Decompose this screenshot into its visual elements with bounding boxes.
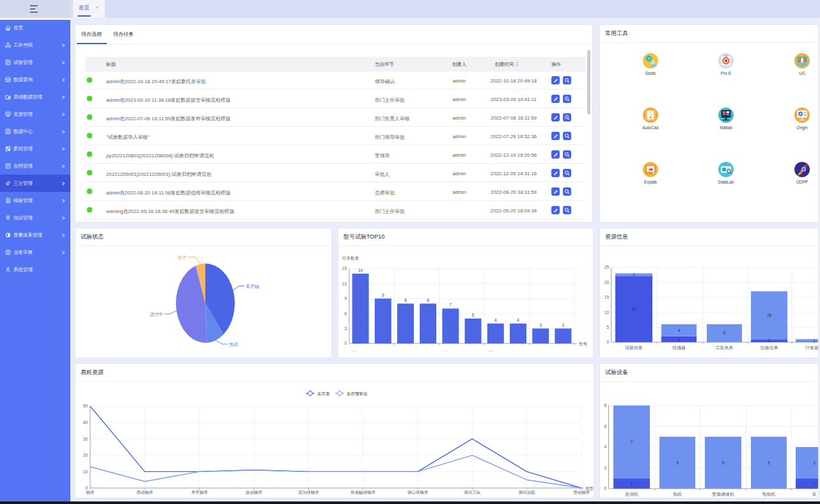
svg-text:8: 8: [404, 298, 407, 303]
svg-text:22: 22: [631, 307, 636, 311]
svg-text:试验设备: 试验设备: [625, 345, 643, 350]
svg-text:测试油脂: 测试油脂: [519, 490, 536, 495]
svg-text:类型: 类型: [585, 486, 594, 491]
svg-text:调心球轴承: 调心球轴承: [407, 490, 429, 495]
svg-text:工装夹具: 工装夹具: [716, 345, 734, 350]
svg-text:40: 40: [83, 420, 88, 425]
svg-text:9: 9: [344, 296, 347, 301]
svg-text:暂停: 暂停: [178, 255, 187, 260]
svg-text:型号: 型号: [579, 342, 588, 346]
svg-text:进行中: 进行中: [150, 312, 163, 317]
svg-text:深沟球轴承: 深沟球轴承: [298, 490, 319, 495]
svg-text:5: 5: [472, 313, 475, 317]
svg-text:3: 3: [539, 323, 542, 327]
svg-text:5: 5: [606, 325, 609, 329]
svg-text:6: 6: [604, 424, 606, 429]
svg-text:50: 50: [83, 404, 88, 408]
svg-text:滑动轴承: 滑动轴承: [573, 490, 590, 495]
svg-text:1: 1: [633, 272, 635, 277]
svg-text:8: 8: [604, 403, 606, 407]
svg-text:压缩机: 压缩机: [625, 492, 638, 497]
svg-text:3: 3: [813, 461, 816, 465]
svg-text:角接触球轴承: 角接触球轴承: [351, 490, 376, 495]
svg-text:传感器: 传感器: [672, 345, 686, 350]
svg-text:25: 25: [604, 265, 610, 269]
svg-text:任务数量: 任务数量: [342, 256, 359, 260]
svg-text:4: 4: [494, 318, 497, 322]
svg-text:20: 20: [604, 280, 610, 285]
svg-text:计量器具: 计量器具: [805, 345, 819, 350]
svg-text:6: 6: [723, 331, 726, 335]
svg-text:3: 3: [344, 326, 347, 331]
svg-text:6: 6: [344, 311, 347, 316]
svg-text:10: 10: [83, 469, 88, 474]
svg-text:轴承: 轴承: [86, 490, 95, 495]
svg-text:风机: 风机: [673, 492, 682, 497]
svg-text:未开始: 未开始: [246, 284, 260, 289]
svg-text:4: 4: [517, 318, 519, 322]
svg-text:0: 0: [606, 340, 609, 344]
svg-text:泵: 泵: [812, 492, 817, 496]
svg-text:2: 2: [678, 337, 681, 342]
svg-text:完成: 完成: [229, 342, 238, 347]
svg-text:10: 10: [604, 310, 610, 315]
svg-text:4: 4: [604, 445, 606, 449]
svg-text:4: 4: [678, 328, 681, 333]
svg-text:5: 5: [768, 461, 770, 465]
svg-text:8: 8: [427, 298, 429, 303]
svg-text:16: 16: [767, 313, 772, 317]
svg-text:15: 15: [342, 266, 347, 271]
svg-text:变频调速机: 变频调速机: [711, 492, 734, 497]
svg-text:30: 30: [83, 437, 88, 441]
svg-text:0: 0: [604, 486, 606, 491]
svg-text:2: 2: [604, 466, 606, 470]
svg-text:5: 5: [676, 461, 679, 465]
svg-text:15: 15: [604, 295, 610, 299]
svg-text:滚动轴承: 滚动轴承: [245, 490, 263, 495]
svg-text:仪器仪表: 仪器仪表: [761, 345, 778, 350]
svg-text:测试刀头: 测试刀头: [464, 490, 481, 495]
svg-text:5: 5: [722, 461, 725, 465]
svg-text:库存量: 库存量: [317, 391, 330, 396]
svg-text:1: 1: [813, 481, 816, 485]
svg-text:1: 1: [813, 338, 816, 343]
svg-text:3: 3: [562, 323, 565, 327]
svg-text:7: 7: [631, 439, 633, 444]
svg-text:1: 1: [631, 481, 633, 485]
svg-text:14: 14: [358, 268, 363, 272]
svg-text:12: 12: [342, 281, 347, 286]
svg-text:滑动轴承: 滑动轴承: [136, 490, 154, 495]
svg-text:20: 20: [83, 453, 88, 457]
svg-text:关节轴承: 关节轴承: [191, 490, 209, 495]
svg-text:7: 7: [450, 303, 452, 307]
svg-text:1: 1: [768, 338, 771, 343]
svg-text:0: 0: [344, 341, 347, 345]
svg-text:库存预警值: 库存预警值: [347, 391, 368, 397]
svg-text:9: 9: [382, 293, 384, 297]
svg-text:电动机: 电动机: [762, 492, 776, 497]
